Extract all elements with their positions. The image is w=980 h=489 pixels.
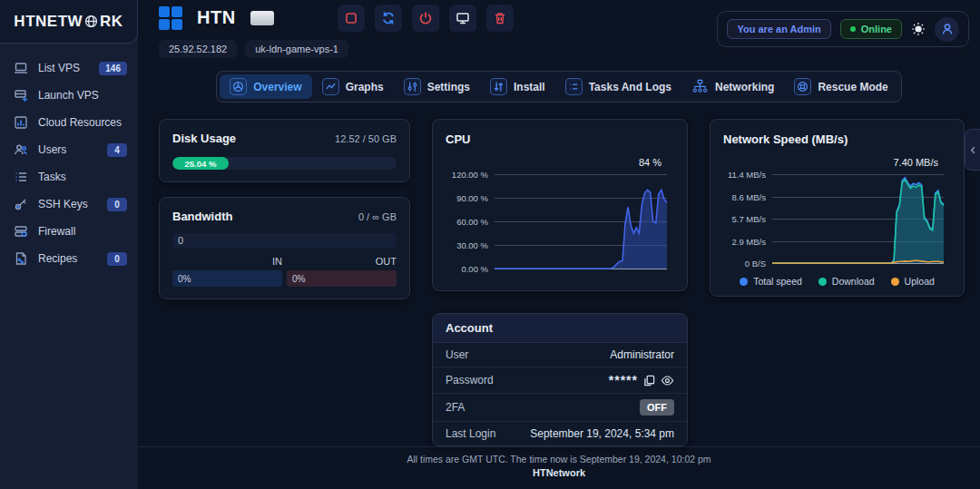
tab[interactable]: Networking — [681, 74, 784, 99]
account-user-row: User Administrator — [433, 343, 687, 367]
online-dot-icon — [850, 26, 856, 32]
y-tick-label: 2.9 MB/s — [732, 237, 767, 247]
legend-dot-icon — [740, 278, 748, 286]
user-value: Administrator — [610, 348, 674, 361]
cpu-current-value: 84 % — [639, 157, 662, 168]
legend-item: Upload — [891, 276, 935, 287]
y-tick-label: 30.00 % — [456, 240, 488, 250]
sidebar-item-label: Firewall — [38, 225, 75, 238]
network-chart: 11.4 MB/s8.6 MB/s5.7 MB/s2.9 MB/s0 B/S — [772, 174, 944, 263]
tab-bar: Overview Graphs Settings Install Tasks A… — [216, 71, 901, 103]
account-password-row: Password ***** — [433, 367, 687, 394]
account-last-login-row: Last Login September 19, 2024, 5:34 pm — [433, 422, 687, 445]
restart-button[interactable] — [375, 5, 402, 32]
sun-icon — [911, 22, 926, 36]
legend-item: Total speed — [740, 276, 802, 287]
sidebar-item[interactable]: List VPS 146 — [0, 54, 138, 82]
tab[interactable]: Settings — [394, 74, 480, 99]
brand-text-suffix: RK — [100, 13, 123, 31]
sidebar-item[interactable]: Cloud Resources — [0, 109, 138, 136]
sidebar-item-label: Tasks — [38, 171, 66, 183]
networking-icon — [691, 78, 709, 95]
user-avatar-button[interactable] — [935, 17, 959, 42]
network-speed-title: Network Speed (MB/s) — [723, 132, 848, 146]
sidebar-item-label: Users — [38, 143, 66, 156]
tab[interactable]: Rescue Mode — [784, 74, 897, 99]
y-tick-label: 5.7 MB/s — [732, 214, 767, 224]
sidebar-item-label: Recipes — [38, 252, 77, 265]
sidebar-item[interactable]: Firewall — [0, 218, 138, 245]
disk-progress-fill: 25.04 % — [172, 157, 229, 170]
sidebar-item[interactable]: Launch VPS — [0, 82, 138, 109]
disk-usage-card: Disk Usage 12.52 / 50 GB 25.04 % — [159, 119, 410, 182]
power-button[interactable] — [412, 5, 439, 32]
count-badge: 146 — [99, 62, 127, 75]
y-tick-label: 60.00 % — [456, 217, 488, 227]
sidebar-item[interactable]: Tasks — [0, 163, 138, 191]
tab[interactable]: Overview — [220, 74, 311, 99]
bandwidth-out-value: 0% — [287, 274, 305, 284]
sidebar-item-label: Cloud Resources — [38, 116, 122, 129]
install-icon — [490, 78, 507, 95]
side-drawer-toggle[interactable] — [965, 129, 980, 171]
sidebar-item[interactable]: Recipes 0 — [0, 245, 138, 272]
copy-icon[interactable] — [643, 375, 655, 386]
tabs-wrap: Overview Graphs Settings Install Tasks A… — [138, 71, 980, 103]
power-icon — [418, 11, 433, 25]
y-tick-label: 120.00 % — [452, 170, 488, 180]
tab-label: Install — [514, 81, 545, 93]
last-login-label: Last Login — [446, 427, 495, 440]
content: Disk Usage 12.52 / 50 GB 25.04 % Bandwid… — [138, 103, 980, 446]
sidebar-item[interactable]: SSH Keys 0 — [0, 191, 138, 218]
y-tick-label: 0.00 % — [461, 264, 488, 274]
cpu-chart: 120.00 %90.00 %60.00 %30.00 %0.00 % — [495, 174, 667, 269]
vps-actions — [338, 5, 514, 32]
sidebar-item[interactable]: Users 4 — [0, 136, 138, 163]
flag-icon — [250, 11, 274, 25]
account-card: Account User Administrator Password ****… — [432, 313, 688, 446]
bandwidth-out-bar: 0% — [287, 270, 397, 287]
console-button[interactable] — [449, 5, 476, 32]
delete-button[interactable] — [486, 5, 514, 32]
password-label: Password — [446, 374, 494, 386]
overview-icon — [230, 78, 247, 95]
rescue-icon — [794, 78, 811, 95]
stop-icon — [344, 11, 358, 25]
sidebar: HTNETW RK List VPS 146 Launch VPS Cloud … — [0, 0, 138, 489]
last-login-value: September 19, 2024, 5:34 pm — [530, 427, 674, 440]
footer-brand: HTNetwork — [138, 467, 980, 478]
main-area: HTN — [138, 0, 980, 489]
brand-logo: HTNETW RK — [0, 0, 138, 44]
bandwidth-total-bar: 0 — [172, 233, 397, 248]
hostname-tag[interactable]: uk-ldn-game-vps-1 — [245, 40, 348, 58]
bandwidth-total-label: 0 — [172, 235, 183, 246]
count-badge: 0 — [107, 198, 127, 211]
bandwidth-card: Bandwidth 0 / ∞ GB 0 IN OUT 0% 0% — [159, 197, 410, 299]
eye-icon[interactable] — [661, 374, 674, 387]
legend-dot-icon — [891, 278, 899, 286]
admin-badge[interactable]: You are an Admin — [727, 19, 830, 39]
y-tick-label: 11.4 MB/s — [728, 170, 766, 180]
twofa-toggle-button[interactable]: OFF — [640, 399, 674, 416]
task-list-icon — [13, 170, 28, 185]
bandwidth-in-label: IN — [172, 256, 282, 267]
server-name: HTN — [197, 7, 236, 28]
footer-time-note: All times are GMT UTC. The time now is S… — [138, 454, 980, 465]
restart-icon — [381, 11, 396, 25]
legend-item: Download — [818, 276, 875, 287]
tab[interactable]: Tasks And Logs — [555, 74, 681, 99]
tab-label: Networking — [715, 81, 774, 93]
bar-chart-icon — [13, 115, 28, 131]
ip-tag[interactable]: 25.92.52.182 — [159, 40, 237, 58]
sidebar-nav: List VPS 146 Launch VPS Cloud Resources … — [0, 44, 138, 272]
network-legend: Total speed Download Upload — [723, 276, 951, 287]
bandwidth-out-label: OUT — [287, 256, 397, 267]
theme-toggle-button[interactable] — [911, 22, 926, 36]
tab[interactable]: Install — [480, 74, 555, 99]
legend-label: Total speed — [753, 276, 802, 287]
password-masked-value: ***** — [609, 373, 638, 387]
tab[interactable]: Graphs — [312, 74, 394, 99]
stop-button[interactable] — [338, 5, 365, 32]
disk-usage-title: Disk Usage — [172, 132, 236, 145]
account-title: Account — [433, 314, 687, 343]
